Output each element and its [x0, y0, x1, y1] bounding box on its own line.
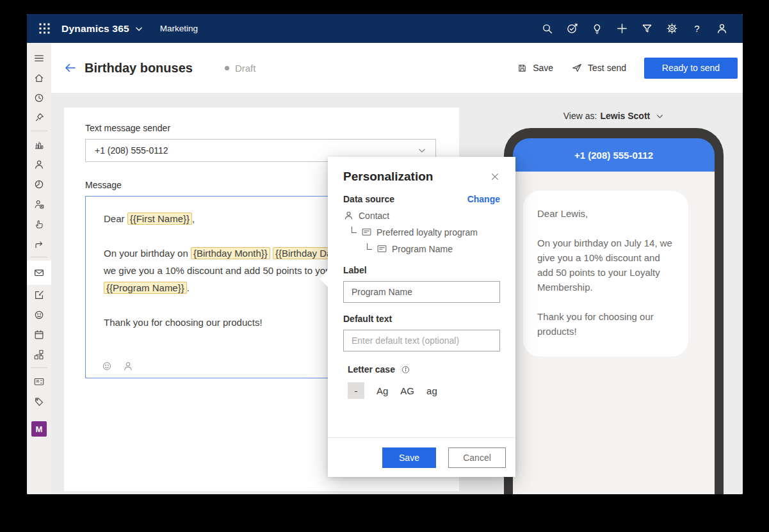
turn-arrow-icon[interactable] [27, 234, 51, 254]
left-sidebar: M [27, 43, 51, 494]
tree-root-label: Contact [359, 211, 389, 221]
building-bars-icon[interactable] [27, 134, 51, 154]
sender-value: +1 (208) 555-0112 [95, 145, 168, 156]
personalization-popup: Personalization Data source Change Conta… [328, 157, 515, 477]
envelope-icon[interactable] [27, 261, 51, 285]
chevron-down-icon [417, 146, 426, 155]
ready-to-send-button[interactable]: Ready to send [644, 58, 738, 79]
sms-bubble: Dear Lewis, On your birthday on July 14,… [523, 191, 688, 357]
navbar-left: Dynamics 365 Marketing [35, 19, 198, 38]
letter-case-option-none[interactable]: - [348, 382, 364, 399]
personalization-token[interactable]: {Birthday Month}} [191, 247, 270, 259]
floppy-icon [517, 63, 528, 74]
card-list-icon[interactable] [27, 371, 51, 391]
letter-case-option-upper[interactable]: AG [400, 385, 414, 396]
calendar-icon[interactable] [27, 325, 51, 344]
page-title: Birthday bonuses [85, 61, 193, 76]
emoji-smiley-icon[interactable] [101, 360, 113, 372]
app-window: Dynamics 365 Marketing [27, 14, 743, 494]
tree-grandchild-row[interactable]: Program Name [367, 243, 500, 254]
bubble-paragraph: Thank you for choosing our products! [537, 309, 676, 339]
bubble-paragraph: On your birthday on July 14, we give you… [537, 236, 676, 294]
phone-header: +1 (208) 555-0112 [513, 138, 715, 172]
save-label: Save [533, 63, 553, 73]
popup-header: Personalization [343, 170, 500, 184]
tag-icon[interactable] [27, 391, 51, 411]
test-send-label: Test send [588, 63, 626, 73]
hand-pointer-icon[interactable] [27, 214, 51, 234]
sender-label: Text message sender [85, 108, 459, 133]
product-name[interactable]: Dynamics 365 [61, 23, 129, 35]
m-logo[interactable]: M [31, 421, 47, 437]
search-icon[interactable] [537, 18, 558, 39]
default-text-input[interactable] [343, 330, 500, 351]
flow-nodes-icon[interactable] [27, 344, 51, 364]
popup-save-button[interactable]: Save [382, 447, 436, 468]
app-name[interactable]: Marketing [160, 24, 198, 33]
change-link[interactable]: Change [467, 194, 500, 204]
sidebar-divider [31, 131, 47, 131]
tree-elbow-connector [367, 243, 372, 250]
pin-icon[interactable] [27, 108, 51, 127]
personalization-token[interactable]: {{First Name}} [127, 213, 192, 225]
pie-chart-icon[interactable] [27, 174, 51, 194]
account-person-icon[interactable] [711, 18, 733, 39]
letter-case-options: - Ag AG ag [348, 382, 500, 399]
entity-card-icon [361, 227, 372, 238]
letter-case-label: Letter case [348, 364, 395, 375]
default-text-label: Default text [343, 314, 500, 324]
sidebar-divider [31, 367, 47, 368]
paper-plane-icon [571, 62, 583, 74]
home-icon[interactable] [27, 68, 51, 88]
clock-icon[interactable] [27, 88, 51, 108]
tree-grandchild-label: Program Name [392, 244, 453, 254]
command-bar: Birthday bonuses Draft Save Test send Re… [51, 43, 743, 93]
letter-case-row: Letter case [348, 364, 500, 375]
check-circle-icon[interactable] [562, 18, 583, 39]
data-source-label: Data source [343, 194, 394, 204]
tree-child-row[interactable]: Preferred loyalty program [352, 227, 500, 238]
waffle-menu-icon[interactable] [35, 19, 54, 38]
chevron-down-icon[interactable] [134, 24, 143, 33]
letter-case-option-capitalize[interactable]: Ag [376, 385, 388, 396]
tree-elbow-connector [352, 227, 357, 233]
question-mark: ? [694, 23, 699, 34]
save-button[interactable]: Save [517, 63, 553, 74]
test-send-button[interactable]: Test send [571, 62, 626, 74]
gear-icon[interactable] [661, 18, 683, 39]
command-bar-actions: Save Test send Ready to send [517, 58, 738, 79]
hamburger-menu-icon[interactable] [27, 48, 51, 68]
personalization-token[interactable]: {{Program Name}} [104, 282, 187, 294]
navbar-right: ? [537, 18, 733, 39]
compose-icon[interactable] [27, 285, 51, 305]
personalization-person-icon[interactable] [122, 360, 134, 372]
label-field-label: Label [343, 265, 500, 275]
view-as-label: View as: [563, 111, 597, 121]
filter-icon[interactable] [636, 18, 658, 39]
status-badge: Draft [225, 63, 256, 74]
top-navbar: Dynamics 365 Marketing [27, 14, 743, 43]
entity-card-icon [376, 243, 387, 254]
data-source-row: Data source Change [343, 194, 500, 204]
status-label: Draft [235, 63, 256, 74]
help-icon[interactable]: ? [686, 18, 708, 39]
tree-child-label: Preferred loyalty program [376, 227, 478, 238]
status-dot [225, 66, 229, 70]
close-icon[interactable] [490, 172, 500, 182]
popup-cancel-button[interactable]: Cancel [448, 447, 506, 468]
phone-screen: Dear Lewis, On your birthday on July 14,… [513, 172, 715, 494]
view-as-selector[interactable]: View as: Lewis Scott [504, 111, 724, 121]
smiley-icon[interactable] [27, 305, 51, 325]
lightbulb-icon[interactable] [587, 18, 608, 39]
info-icon[interactable] [401, 365, 410, 375]
person-badge-icon[interactable] [27, 194, 51, 214]
person-icon[interactable] [27, 154, 51, 174]
tree-root-row[interactable]: Contact [343, 210, 500, 221]
plus-icon[interactable] [611, 18, 633, 39]
label-input[interactable] [343, 281, 500, 303]
letter-case-option-lower[interactable]: ag [426, 385, 437, 396]
view-as-value: Lewis Scott [600, 111, 650, 121]
chevron-down-icon [656, 112, 664, 120]
popup-title: Personalization [343, 170, 433, 184]
back-arrow-icon[interactable] [64, 61, 77, 74]
